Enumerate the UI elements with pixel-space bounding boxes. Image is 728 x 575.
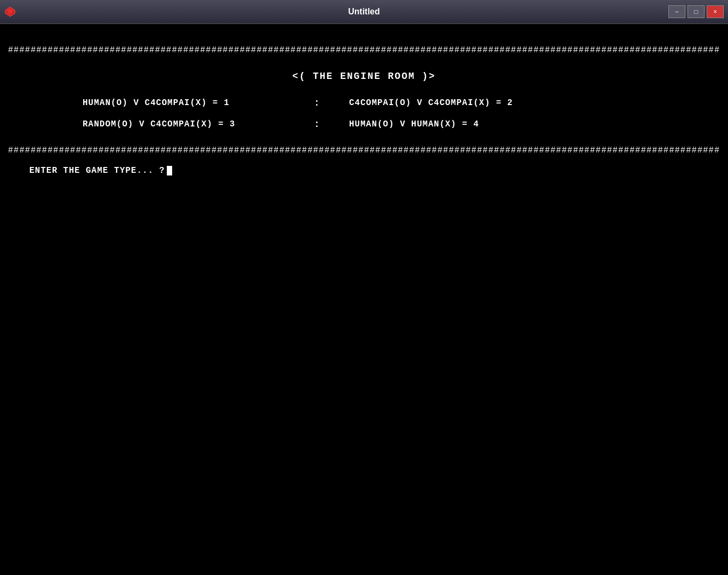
- option-2-left: RANDOM(O) V C4COMPAI(X) = 3: [29, 119, 296, 129]
- window-title: Untitled: [348, 7, 380, 17]
- ruby-icon: [4, 6, 16, 18]
- option-2-separator: :: [296, 119, 338, 130]
- option-1-right: C4COMPAI(O) V C4COMPAI(X) = 2: [338, 98, 699, 108]
- option-row-2: RANDOM(O) V C4COMPAI(X) = 3 : HUMAN(O) V…: [29, 119, 699, 130]
- hash-line-top: ########################################…: [8, 45, 720, 55]
- engine-room-title: <( THE ENGINE ROOM )>: [8, 71, 720, 82]
- game-options: HUMAN(O) V C4COMPAI(X) = 1 : C4COMPAI(O)…: [8, 98, 720, 130]
- option-row-1: HUMAN(O) V C4COMPAI(X) = 1 : C4COMPAI(O)…: [29, 98, 699, 108]
- option-1-left: HUMAN(O) V C4COMPAI(X) = 1: [29, 98, 296, 108]
- close-button[interactable]: ×: [707, 5, 724, 18]
- prompt-line[interactable]: ENTER THE GAME TYPE... ?: [8, 166, 720, 175]
- terminal-area: ########################################…: [0, 24, 728, 575]
- option-2-right: HUMAN(O) V HUMAN(X) = 4: [338, 119, 699, 129]
- cursor-block: [167, 166, 172, 175]
- title-bar: Untitled − □ ×: [0, 0, 728, 24]
- title-bar-left: [4, 6, 16, 18]
- minimize-button[interactable]: −: [668, 5, 685, 18]
- maximize-button[interactable]: □: [687, 5, 705, 18]
- title-bar-controls: − □ ×: [668, 5, 724, 18]
- hash-line-bottom: ########################################…: [8, 146, 720, 155]
- option-1-separator: :: [296, 98, 338, 108]
- prompt-text: ENTER THE GAME TYPE... ?: [29, 166, 165, 175]
